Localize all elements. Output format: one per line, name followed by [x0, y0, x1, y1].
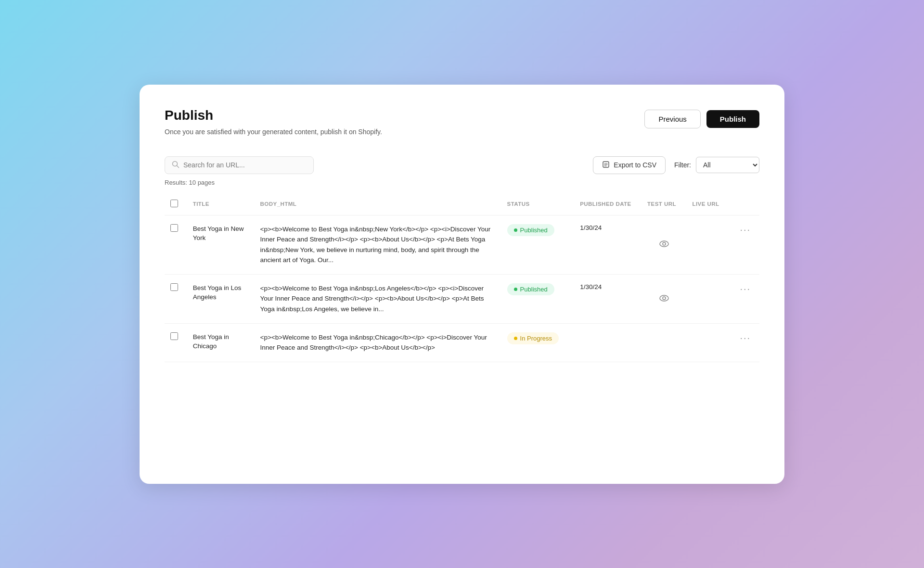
test-url-eye-icon[interactable]: [659, 294, 669, 303]
header-row: Publish Once you are satisfied with your…: [165, 108, 759, 137]
row-live-url: [686, 323, 731, 362]
th-status: STATUS: [501, 196, 575, 215]
th-checkbox: [165, 196, 187, 215]
row-actions: ···: [732, 323, 759, 362]
table-row: Best Yoga in New York<p><b>Welcome to Be…: [165, 215, 759, 274]
results-label: Results: 10 pages: [165, 179, 759, 186]
row-date: 1/30/24: [574, 274, 642, 323]
header-left: Publish Once you are satisfied with your…: [165, 108, 382, 137]
filter-select[interactable]: All Published In Progress Draft: [696, 157, 759, 173]
status-badge: Published: [507, 283, 554, 295]
svg-point-6: [660, 241, 668, 247]
main-card: Publish Once you are satisfied with your…: [140, 85, 784, 484]
pages-table: TITLE BODY_HTML STATUS PUBLISHED DATE TE…: [165, 196, 759, 362]
svg-point-8: [660, 295, 668, 301]
row-body-html: <p><b>Welcome to Best Yoga in&nbsp;Los A…: [255, 274, 501, 323]
search-input[interactable]: [183, 161, 307, 169]
row-title: Best Yoga in New York: [187, 215, 255, 274]
row-live-url: [686, 215, 731, 274]
export-label: Export to CSV: [614, 161, 656, 169]
table-row: Best Yoga in Los Angeles<p><b>Welcome to…: [165, 274, 759, 323]
table-row: Best Yoga in Chicago<p><b>Welcome to Bes…: [165, 323, 759, 362]
row-status: In Progress: [501, 323, 575, 362]
row-live-url: [686, 274, 731, 323]
select-all-checkbox[interactable]: [170, 200, 178, 207]
export-icon: [602, 161, 610, 170]
th-actions: [732, 196, 759, 215]
row-checkbox[interactable]: [170, 283, 178, 291]
th-body-html: BODY_HTML: [255, 196, 501, 215]
row-test-url: [642, 274, 686, 323]
svg-point-7: [663, 242, 666, 245]
th-title: TITLE: [187, 196, 255, 215]
export-csv-button[interactable]: Export to CSV: [593, 156, 666, 174]
right-toolbar: Export to CSV Filter: All Published In P…: [593, 156, 759, 174]
toolbar-row: Export to CSV Filter: All Published In P…: [165, 156, 759, 174]
row-checkbox[interactable]: [170, 224, 178, 232]
row-date: 1/30/24: [574, 215, 642, 274]
page-title: Publish: [165, 108, 382, 123]
status-badge: In Progress: [507, 332, 559, 344]
row-title: Best Yoga in Los Angeles: [187, 274, 255, 323]
th-live-url: LIVE URL: [686, 196, 731, 215]
row-test-url: [642, 215, 686, 274]
row-body-html: <p><b>Welcome to Best Yoga in&nbsp;Chica…: [255, 323, 501, 362]
row-checkbox[interactable]: [170, 332, 178, 340]
search-box: [165, 156, 314, 174]
row-checkbox-cell: [165, 215, 187, 274]
status-badge: Published: [507, 224, 554, 236]
svg-point-9: [663, 297, 666, 300]
th-published-date: PUBLISHED DATE: [574, 196, 642, 215]
search-icon: [172, 161, 180, 170]
table-header-row: TITLE BODY_HTML STATUS PUBLISHED DATE TE…: [165, 196, 759, 215]
filter-label: Filter:: [674, 161, 691, 169]
publish-button[interactable]: Publish: [706, 110, 759, 128]
previous-button[interactable]: Previous: [644, 110, 700, 128]
row-actions: ···: [732, 215, 759, 274]
actions-menu-button[interactable]: ···: [740, 224, 751, 235]
actions-menu-button[interactable]: ···: [740, 332, 751, 343]
svg-line-1: [177, 165, 179, 167]
row-checkbox-cell: [165, 274, 187, 323]
row-checkbox-cell: [165, 323, 187, 362]
row-title: Best Yoga in Chicago: [187, 323, 255, 362]
test-url-eye-icon[interactable]: [659, 240, 669, 249]
row-actions: ···: [732, 274, 759, 323]
row-body-html: <p><b>Welcome to Best Yoga in&nbsp;New Y…: [255, 215, 501, 274]
row-date: [574, 323, 642, 362]
actions-menu-button[interactable]: ···: [740, 283, 751, 294]
filter-wrapper: Filter: All Published In Progress Draft: [674, 157, 759, 173]
page-subtitle: Once you are satisfied with your generat…: [165, 127, 382, 137]
th-test-url: TEST URL: [642, 196, 686, 215]
row-status: Published: [501, 274, 575, 323]
header-buttons: Previous Publish: [644, 110, 759, 128]
row-status: Published: [501, 215, 575, 274]
row-test-url: [642, 323, 686, 362]
